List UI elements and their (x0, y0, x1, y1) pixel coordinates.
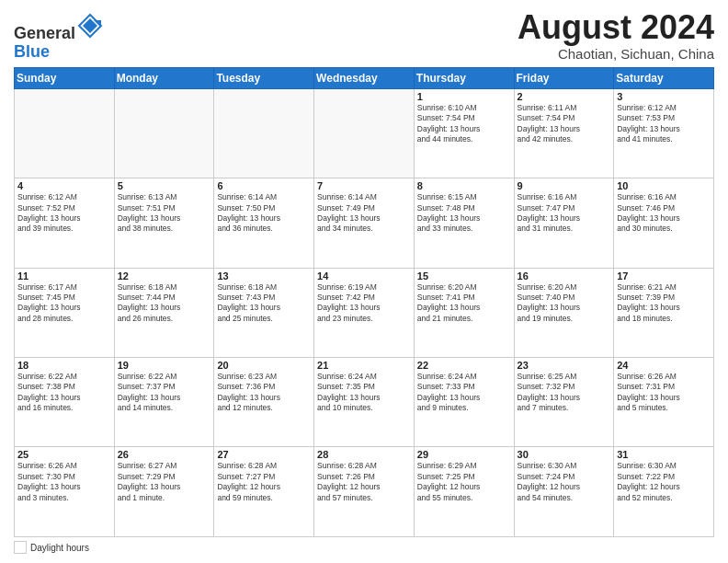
col-header-sunday: Sunday (15, 67, 115, 88)
calendar-cell: 14Sunrise: 6:19 AM Sunset: 7:42 PM Dayli… (314, 268, 415, 357)
day-info: Sunrise: 6:14 AM Sunset: 7:49 PM Dayligh… (317, 192, 411, 235)
col-header-tuesday: Tuesday (214, 67, 314, 88)
calendar-cell: 12Sunrise: 6:18 AM Sunset: 7:44 PM Dayli… (114, 268, 214, 357)
day-number: 8 (417, 180, 511, 191)
day-info: Sunrise: 6:12 AM Sunset: 7:53 PM Dayligh… (617, 103, 711, 145)
calendar-cell: 15Sunrise: 6:20 AM Sunset: 7:41 PM Dayli… (414, 268, 514, 357)
calendar-cell (214, 88, 314, 178)
footer: Daylight hours (14, 541, 714, 554)
header: General Blue August 2024 Chaotian, Sichu… (14, 9, 714, 62)
calendar-week-2: 4Sunrise: 6:12 AM Sunset: 7:52 PM Daylig… (15, 178, 714, 268)
day-number: 13 (217, 270, 311, 282)
calendar-week-3: 11Sunrise: 6:17 AM Sunset: 7:45 PM Dayli… (15, 268, 714, 357)
logo: General Blue (14, 13, 103, 62)
day-number: 28 (317, 449, 411, 460)
calendar-cell: 26Sunrise: 6:27 AM Sunset: 7:29 PM Dayli… (114, 447, 214, 537)
logo-blue: Blue (14, 42, 50, 61)
calendar-week-4: 18Sunrise: 6:22 AM Sunset: 7:38 PM Dayli… (15, 358, 714, 447)
calendar-cell: 28Sunrise: 6:28 AM Sunset: 7:26 PM Dayli… (314, 447, 415, 537)
day-number: 1 (417, 91, 511, 102)
calendar-cell: 2Sunrise: 6:11 AM Sunset: 7:54 PM Daylig… (514, 88, 614, 178)
calendar-cell: 3Sunrise: 6:12 AM Sunset: 7:53 PM Daylig… (614, 88, 714, 178)
day-info: Sunrise: 6:18 AM Sunset: 7:44 PM Dayligh… (118, 282, 211, 325)
day-number: 6 (217, 180, 311, 191)
calendar-cell (314, 88, 415, 178)
day-info: Sunrise: 6:16 AM Sunset: 7:46 PM Dayligh… (617, 192, 711, 235)
day-number: 22 (417, 360, 511, 371)
day-number: 21 (317, 360, 411, 371)
calendar-cell: 29Sunrise: 6:29 AM Sunset: 7:25 PM Dayli… (414, 447, 514, 537)
day-info: Sunrise: 6:16 AM Sunset: 7:47 PM Dayligh… (518, 192, 611, 235)
day-number: 31 (617, 449, 711, 460)
day-info: Sunrise: 6:15 AM Sunset: 7:48 PM Dayligh… (417, 192, 511, 235)
calendar-week-1: 1Sunrise: 6:10 AM Sunset: 7:54 PM Daylig… (15, 88, 714, 178)
calendar-header-row: SundayMondayTuesdayWednesdayThursdayFrid… (15, 67, 714, 88)
calendar-cell: 16Sunrise: 6:20 AM Sunset: 7:40 PM Dayli… (514, 268, 614, 357)
day-info: Sunrise: 6:12 AM Sunset: 7:52 PM Dayligh… (17, 192, 111, 235)
col-header-thursday: Thursday (414, 67, 514, 88)
day-info: Sunrise: 6:30 AM Sunset: 7:24 PM Dayligh… (518, 461, 611, 503)
day-number: 25 (17, 449, 111, 460)
calendar-cell: 24Sunrise: 6:26 AM Sunset: 7:31 PM Dayli… (614, 358, 714, 447)
calendar-cell: 11Sunrise: 6:17 AM Sunset: 7:45 PM Dayli… (15, 268, 115, 357)
day-info: Sunrise: 6:24 AM Sunset: 7:33 PM Dayligh… (417, 372, 511, 414)
calendar-cell: 8Sunrise: 6:15 AM Sunset: 7:48 PM Daylig… (414, 178, 514, 268)
col-header-friday: Friday (514, 67, 614, 88)
footer-label: Daylight hours (30, 543, 89, 553)
day-number: 15 (417, 270, 511, 282)
day-info: Sunrise: 6:22 AM Sunset: 7:37 PM Dayligh… (118, 372, 211, 414)
day-number: 17 (617, 270, 711, 282)
day-number: 27 (217, 449, 311, 460)
day-info: Sunrise: 6:23 AM Sunset: 7:36 PM Dayligh… (217, 372, 311, 414)
day-info: Sunrise: 6:26 AM Sunset: 7:30 PM Dayligh… (17, 461, 111, 503)
day-number: 29 (417, 449, 511, 460)
day-number: 19 (118, 360, 211, 371)
day-number: 16 (518, 270, 611, 282)
title-area: August 2024 Chaotian, Sichuan, China (518, 9, 714, 62)
calendar-cell: 17Sunrise: 6:21 AM Sunset: 7:39 PM Dayli… (614, 268, 714, 357)
page: General Blue August 2024 Chaotian, Sichu… (0, 0, 728, 563)
day-number: 10 (617, 180, 711, 191)
day-number: 4 (17, 180, 111, 191)
day-number: 24 (617, 360, 711, 371)
calendar-table: SundayMondayTuesdayWednesdayThursdayFrid… (14, 67, 714, 537)
calendar-cell: 27Sunrise: 6:28 AM Sunset: 7:27 PM Dayli… (214, 447, 314, 537)
day-info: Sunrise: 6:20 AM Sunset: 7:40 PM Dayligh… (518, 282, 611, 325)
calendar-cell: 9Sunrise: 6:16 AM Sunset: 7:47 PM Daylig… (514, 178, 614, 268)
calendar-week-5: 25Sunrise: 6:26 AM Sunset: 7:30 PM Dayli… (15, 447, 714, 537)
footer-box (14, 541, 27, 554)
calendar-cell: 31Sunrise: 6:30 AM Sunset: 7:22 PM Dayli… (614, 447, 714, 537)
day-number: 2 (518, 91, 611, 102)
calendar-cell: 18Sunrise: 6:22 AM Sunset: 7:38 PM Dayli… (15, 358, 115, 447)
calendar-cell: 25Sunrise: 6:26 AM Sunset: 7:30 PM Dayli… (15, 447, 115, 537)
calendar-cell: 4Sunrise: 6:12 AM Sunset: 7:52 PM Daylig… (15, 178, 115, 268)
day-info: Sunrise: 6:13 AM Sunset: 7:51 PM Dayligh… (118, 192, 211, 235)
day-info: Sunrise: 6:17 AM Sunset: 7:45 PM Dayligh… (17, 282, 111, 325)
col-header-saturday: Saturday (614, 67, 714, 88)
calendar-cell: 19Sunrise: 6:22 AM Sunset: 7:37 PM Dayli… (114, 358, 214, 447)
day-info: Sunrise: 6:30 AM Sunset: 7:22 PM Dayligh… (617, 461, 711, 503)
day-info: Sunrise: 6:27 AM Sunset: 7:29 PM Dayligh… (118, 461, 211, 503)
calendar-cell: 30Sunrise: 6:30 AM Sunset: 7:24 PM Dayli… (514, 447, 614, 537)
calendar-cell: 5Sunrise: 6:13 AM Sunset: 7:51 PM Daylig… (114, 178, 214, 268)
day-info: Sunrise: 6:22 AM Sunset: 7:38 PM Dayligh… (17, 372, 111, 414)
subtitle: Chaotian, Sichuan, China (518, 46, 714, 62)
calendar-cell (15, 88, 115, 178)
logo-icon (77, 13, 103, 39)
calendar-cell (114, 88, 214, 178)
calendar-cell: 1Sunrise: 6:10 AM Sunset: 7:54 PM Daylig… (414, 88, 514, 178)
day-number: 23 (518, 360, 611, 371)
day-info: Sunrise: 6:11 AM Sunset: 7:54 PM Dayligh… (518, 103, 611, 145)
calendar-cell: 21Sunrise: 6:24 AM Sunset: 7:35 PM Dayli… (314, 358, 415, 447)
calendar-cell: 22Sunrise: 6:24 AM Sunset: 7:33 PM Dayli… (414, 358, 514, 447)
logo-general: General (14, 24, 75, 42)
day-info: Sunrise: 6:26 AM Sunset: 7:31 PM Dayligh… (617, 372, 711, 414)
day-info: Sunrise: 6:10 AM Sunset: 7:54 PM Dayligh… (417, 103, 511, 145)
day-number: 26 (118, 449, 211, 460)
day-number: 7 (317, 180, 411, 191)
day-info: Sunrise: 6:25 AM Sunset: 7:32 PM Dayligh… (518, 372, 611, 414)
day-info: Sunrise: 6:18 AM Sunset: 7:43 PM Dayligh… (217, 282, 311, 325)
calendar-cell: 6Sunrise: 6:14 AM Sunset: 7:50 PM Daylig… (214, 178, 314, 268)
day-info: Sunrise: 6:14 AM Sunset: 7:50 PM Dayligh… (217, 192, 311, 235)
calendar-cell: 7Sunrise: 6:14 AM Sunset: 7:49 PM Daylig… (314, 178, 415, 268)
